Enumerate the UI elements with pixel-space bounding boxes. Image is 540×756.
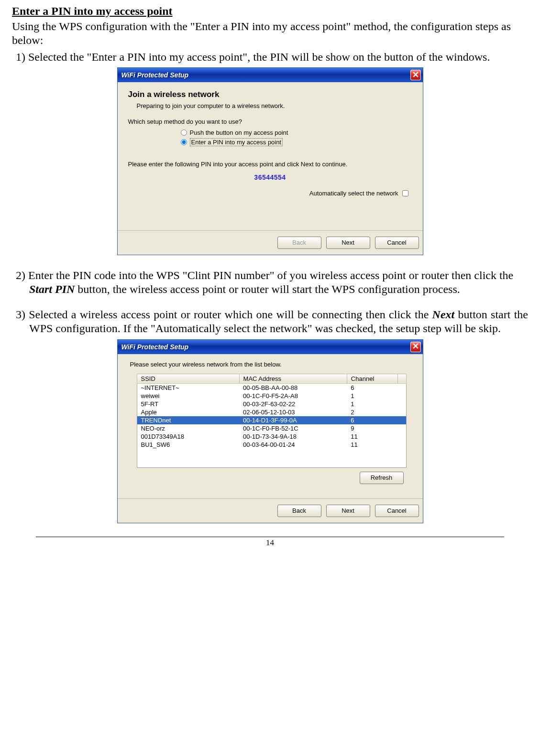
table-row[interactable]: weiwei00-1C-F0-F5-2A-A81	[137, 392, 406, 400]
back-button[interactable]: Back	[277, 505, 321, 517]
next-emphasis: Next	[432, 308, 455, 321]
step-2-number: 2)	[16, 269, 25, 281]
cell-ssid: Apple	[137, 408, 239, 416]
titlebar-text: WiFi Protected Setup	[121, 71, 410, 79]
cell-chan: 1	[347, 392, 397, 400]
step-3: 3) Selected a wireless access point or r…	[12, 308, 528, 335]
titlebar: WiFi Protected Setup	[118, 340, 423, 354]
network-list-instruction: Please select your wireless network from…	[130, 361, 412, 368]
cell-mac: 00-14-D1-3F-99-0A	[239, 416, 347, 424]
table-row[interactable]: TRENDnet00-14-D1-3F-99-0A6	[137, 416, 406, 424]
table-row[interactable]: BU1_SW600-03-64-00-01-2411	[137, 441, 406, 449]
col-mac[interactable]: MAC Address	[239, 374, 347, 383]
cell-ssid: 001D73349A18	[137, 432, 239, 441]
radio-push-input[interactable]	[181, 130, 187, 136]
network-table: SSID MAC Address Channel ~INTERNET~00-05…	[137, 374, 407, 468]
close-button[interactable]	[410, 70, 421, 80]
step-1-text: Selected the "Enter a PIN into my access…	[28, 51, 490, 63]
cancel-button[interactable]: Cancel	[375, 237, 419, 249]
cell-mac: 00-05-BB-AA-00-88	[239, 383, 347, 392]
col-ssid[interactable]: SSID	[137, 374, 239, 383]
table-row[interactable]: 001D73349A1800-1D-73-34-9A-1811	[137, 432, 406, 441]
join-title: Join a wireless network	[128, 90, 412, 99]
step-2-text-a: Enter the PIN code into the WPS "Clint P…	[28, 269, 513, 281]
button-bar: Back Next Cancel	[118, 230, 423, 255]
page-number: 14	[36, 537, 504, 548]
cell-mac: 00-03-64-00-01-24	[239, 441, 347, 449]
col-channel[interactable]: Channel	[347, 374, 397, 383]
radio-pin-label: Enter a PIN into my access point	[190, 138, 283, 146]
step-3-number: 3)	[16, 308, 25, 321]
cell-chan: 1	[347, 400, 397, 408]
button-bar: Back Next Cancel	[118, 498, 423, 523]
cell-mac: 02-06-05-12-10-03	[239, 408, 347, 416]
cancel-button[interactable]: Cancel	[375, 505, 419, 517]
titlebar-text: WiFi Protected Setup	[121, 343, 410, 351]
cell-chan: 9	[347, 424, 397, 432]
cell-ssid: weiwei	[137, 392, 239, 400]
cell-chan: 11	[347, 432, 397, 441]
cell-chan: 6	[347, 383, 397, 392]
cell-chan: 11	[347, 441, 397, 449]
pin-value: 36544554	[128, 173, 412, 181]
close-icon	[413, 72, 419, 79]
back-button: Back	[277, 237, 321, 249]
refresh-button[interactable]: Refresh	[360, 472, 404, 484]
join-subtitle: Preparing to join your computer to a wir…	[137, 102, 412, 109]
step-2-text-b: button, the wireless access point or rou…	[75, 283, 460, 295]
table-row[interactable]: NEO-orz00-1C-F0-FB-52-1C9	[137, 424, 406, 432]
radio-push-button[interactable]: Push the button on my access point	[181, 129, 412, 136]
pin-instruction: Please enter the following PIN into your…	[128, 161, 412, 168]
cell-chan: 6	[347, 416, 397, 424]
step-3-text-a: Selected a wireless access point or rout…	[29, 308, 432, 321]
cell-ssid: BU1_SW6	[137, 441, 239, 449]
next-button[interactable]: Next	[326, 237, 370, 249]
radio-enter-pin[interactable]: Enter a PIN into my access point	[181, 138, 412, 146]
wps-dialog-network-list: WiFi Protected Setup Please select your …	[117, 339, 423, 524]
step-1-number: 1)	[16, 51, 25, 63]
next-button[interactable]: Next	[326, 505, 370, 517]
table-row[interactable]: 5F-RT00-03-2F-63-02-221	[137, 400, 406, 408]
setup-method-question: Which setup method do you want to use?	[128, 118, 412, 125]
titlebar: WiFi Protected Setup	[118, 68, 423, 82]
col-scroll	[397, 374, 406, 383]
cell-chan: 2	[347, 408, 397, 416]
intro-text: Using the WPS configuration with the "En…	[12, 20, 528, 47]
cell-ssid: NEO-orz	[137, 424, 239, 432]
step-1: 1) Selected the "Enter a PIN into my acc…	[12, 50, 528, 64]
cell-ssid: 5F-RT	[137, 400, 239, 408]
step-2: 2) Enter the PIN code into the WPS "Clin…	[12, 269, 528, 296]
cell-mac: 00-1D-73-34-9A-18	[239, 432, 347, 441]
auto-select-checkbox[interactable]	[402, 190, 408, 196]
cell-mac: 00-03-2F-63-02-22	[239, 400, 347, 408]
cell-ssid: ~INTERNET~	[137, 383, 239, 392]
auto-select-label: Automatically select the network	[309, 190, 398, 197]
table-row[interactable]: ~INTERNET~00-05-BB-AA-00-886	[137, 383, 406, 392]
close-button[interactable]	[410, 342, 421, 352]
wps-dialog-pin: WiFi Protected Setup Join a wireless net…	[117, 67, 423, 255]
start-pin-emphasis: Start PIN	[29, 283, 75, 295]
table-row[interactable]: Apple02-06-05-12-10-032	[137, 408, 406, 416]
cell-ssid: TRENDnet	[137, 416, 239, 424]
cell-mac: 00-1C-F0-FB-52-1C	[239, 424, 347, 432]
close-icon	[413, 343, 419, 350]
section-heading: Enter a PIN into my access point	[12, 5, 528, 18]
cell-mac: 00-1C-F0-F5-2A-A8	[239, 392, 347, 400]
radio-push-label: Push the button on my access point	[190, 129, 288, 136]
radio-pin-input[interactable]	[181, 139, 187, 145]
